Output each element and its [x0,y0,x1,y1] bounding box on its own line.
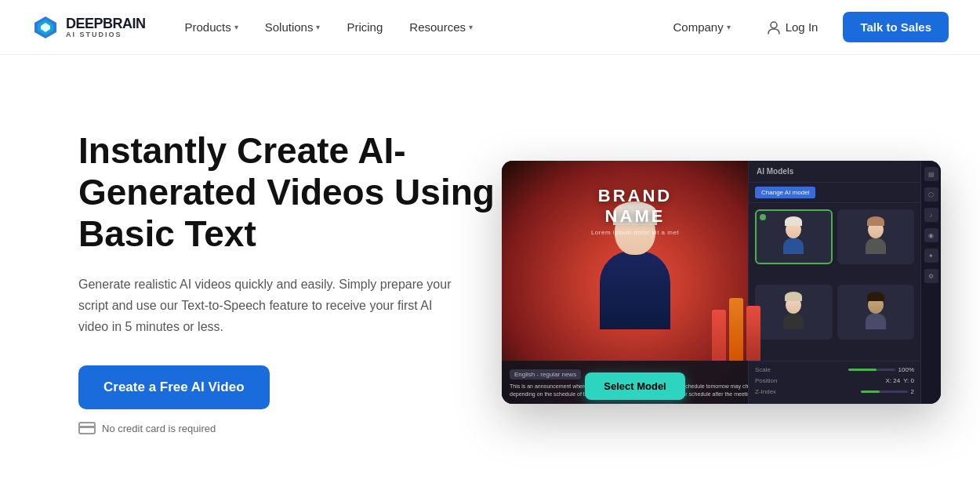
avatar-figure-4 [865,296,887,328]
sidebar-icon-4[interactable]: ◉ [924,228,938,242]
lipstick-1 [712,310,726,361]
hero-video-preview: BRAND NAME Lorem ipsum dolor sit a met [502,161,941,404]
navbar-right: Company ▾ Log In Talk to Sales [662,12,949,42]
zindex-row: Z-Index 2 [755,388,914,395]
zindex-value: 2 [911,388,914,395]
avatar-figure-3 [782,296,804,328]
hero-section: Instantly Create AI-Generated Videos Usi… [0,55,980,494]
sidebar-icons-strip: ▤ ⬡ ♪ ◉ ✦ ⚙ [920,161,941,404]
video-main-area: BRAND NAME Lorem ipsum dolor sit a met [502,161,768,404]
chevron-down-icon: ▾ [469,23,473,31]
panel-toolbar: Change AI model [749,183,920,203]
brand-subtitle-text: Lorem ipsum dolor sit a met [568,229,702,236]
create-free-video-button[interactable]: Create a Free AI Video [78,365,270,409]
panel-header: AI Models [749,161,920,183]
model-card-1[interactable] [755,209,833,264]
hero-title: Instantly Create AI-Generated Videos Usi… [78,130,502,255]
model-card-3[interactable] [755,285,833,340]
nav-resources-label: Resources [409,20,466,34]
scale-slider[interactable] [848,369,895,371]
hero-description: Generate realistic AI videos quickly and… [78,274,455,338]
navbar-left: DEEPBRAIN AI STUDIOS Products ▾ Solution… [31,13,484,42]
sidebar-icon-6[interactable]: ⚙ [924,269,938,283]
chevron-down-icon: ▾ [727,23,731,31]
position-row: Position X: 24 Y: 0 [755,377,914,384]
nav-resources[interactable]: Resources ▾ [398,14,484,40]
logo-icon [31,13,60,42]
model-avatar-3 [755,285,833,340]
svg-point-3 [771,22,777,28]
avatar-figure-1 [782,221,804,252]
select-model-button[interactable]: Select Model [585,372,684,400]
sidebar-icon-1[interactable]: ▤ [924,167,938,181]
model-avatar-4 [837,285,915,340]
nav-products[interactable]: Products ▾ [174,14,249,40]
logo-aistudios-text: AI STUDIOS [66,31,146,38]
nav-company[interactable]: Company ▾ [662,14,741,40]
models-grid [749,203,920,361]
nav-solutions[interactable]: Solutions ▾ [254,14,332,40]
credit-card-icon [78,422,96,434]
chevron-down-icon: ▾ [234,23,238,31]
user-icon [767,20,781,35]
position-control[interactable]: X: 24 Y: 0 [886,377,914,384]
talk-to-sales-button[interactable]: Talk to Sales [843,12,949,42]
scale-control[interactable]: 100% [848,366,914,373]
panel-properties: Scale 100% Position X: 24 Y: 0 [749,361,920,404]
position-x: X: 24 [886,377,901,384]
scale-row: Scale 100% [755,366,914,373]
position-y: Y: 0 [903,377,914,384]
login-button[interactable]: Log In [754,14,831,41]
no-credit-card-notice: No credit card is required [78,422,502,434]
zindex-slider-fill [861,390,880,393]
figure-body [600,251,670,329]
model-avatar-1 [757,211,831,263]
brand-name-text: BRAND NAME [568,186,702,227]
brand-overlay: BRAND NAME Lorem ipsum dolor sit a met [568,186,702,236]
scale-value: 100% [898,366,914,373]
hero-right: BRAND NAME Lorem ipsum dolor sit a met [502,161,941,404]
nav-pricing[interactable]: Pricing [336,14,394,40]
avatar-figure-2 [865,221,887,252]
nav-links: Products ▾ Solutions ▾ Pricing Resources… [174,14,484,40]
nav-company-label: Company [673,20,723,34]
nav-pricing-label: Pricing [347,20,383,34]
selected-indicator [760,214,766,220]
lipstick-products [712,298,760,361]
zindex-control[interactable]: 2 [861,388,914,395]
logo-text: DEEPBRAIN AI STUDIOS [66,16,146,38]
chevron-down-icon: ▾ [316,23,320,31]
select-model-overlay: Select Model [502,369,768,404]
change-ai-model-btn[interactable]: Change AI model [755,187,815,198]
no-credit-label: No credit card is required [102,423,216,434]
zindex-slider[interactable] [861,390,908,393]
logo[interactable]: DEEPBRAIN AI STUDIOS [31,13,146,42]
sidebar-icon-5[interactable]: ✦ [924,249,938,263]
logo-deepbrain-text: DEEPBRAIN [66,16,146,31]
nav-solutions-label: Solutions [265,20,314,34]
nav-products-label: Products [185,20,231,34]
sidebar-icon-2[interactable]: ⬡ [924,187,938,202]
login-label: Log In [786,20,818,34]
lipstick-3 [746,306,760,361]
hero-left: Instantly Create AI-Generated Videos Usi… [78,130,502,434]
model-card-4[interactable] [837,285,915,340]
model-avatar-2 [837,209,915,264]
model-card-2[interactable] [837,209,915,264]
sidebar-icon-3[interactable]: ♪ [924,208,938,222]
scale-slider-fill [848,369,877,371]
lipstick-2 [729,298,743,361]
navbar: DEEPBRAIN AI STUDIOS Products ▾ Solution… [0,0,980,55]
ai-models-panel: AI Models Change AI model [748,161,920,404]
